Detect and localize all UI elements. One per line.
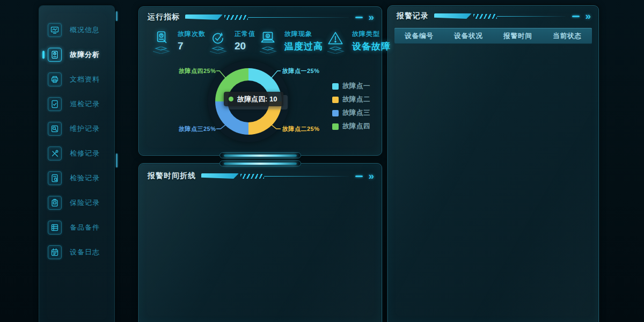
decor-trapezoid	[434, 13, 472, 19]
tooltip-marker-dot	[229, 97, 233, 101]
legend-label: 故障点二	[342, 95, 370, 104]
panel-controls: »	[355, 13, 374, 21]
panel-controls: »	[355, 172, 374, 180]
sidebar-item-label: 检验记录	[70, 173, 100, 183]
panel-title: 报警时间折线	[148, 171, 196, 181]
documents-printer-icon	[48, 72, 62, 86]
active-indicator	[42, 51, 45, 59]
header-decoration	[434, 13, 566, 19]
double-arrow-icon[interactable]: »	[585, 12, 591, 20]
legend-swatch-icon	[332, 97, 339, 103]
slice-label-1: 故障点一25%	[282, 67, 320, 75]
panel-alarm-records: 报警记录 » 设备编号 设备状况 报警时间 当前状态	[387, 5, 599, 322]
sidebar-nav: 概况信息 故障分析 文档资料 巡检记录	[39, 6, 114, 265]
decor-trapezoid	[185, 14, 223, 20]
sidebar-item-label: 检修记录	[70, 149, 100, 158]
legend-item-4[interactable]: 故障点四	[332, 122, 370, 131]
legend-item-2[interactable]: 故障点二	[332, 95, 370, 104]
notch-glow-bar	[224, 155, 297, 157]
scrollbar-thumb[interactable]	[116, 11, 118, 21]
sidebar-item-label: 维护记录	[70, 124, 100, 134]
panel-title: 运行指标	[148, 12, 180, 22]
spare-parts-list-icon	[48, 221, 62, 235]
decor-trapezoid	[201, 173, 239, 179]
sidebar-item-label: 故障分析	[70, 50, 100, 60]
donut-chart: 故障点四25% 故障点一25% 故障点三25% 故障点二25% 故障点四: 10…	[139, 7, 382, 155]
panel-metrics: 运行指标 » 故障次数 7	[138, 6, 382, 156]
slice-label-3: 故障点三25%	[179, 125, 216, 133]
decor-stripes	[224, 15, 248, 20]
legend-swatch-icon	[332, 83, 339, 90]
notch-glow-bar	[224, 163, 297, 165]
decor-line	[264, 176, 349, 177]
legend-label: 故障点三	[342, 108, 370, 118]
sidebar-item-label: 设备日志	[70, 247, 100, 257]
panel-notch	[219, 160, 301, 166]
sidebar-item-maintenance[interactable]: 维护记录	[39, 116, 114, 141]
sidebar-item-test-records[interactable]: 检验记录	[39, 166, 114, 191]
minimize-icon[interactable]	[572, 16, 580, 17]
panel-controls: »	[572, 12, 591, 20]
legend-item-1[interactable]: 故障点一	[332, 82, 370, 91]
column-alarm-time: 报警时间	[493, 32, 543, 41]
sidebar-item-repair[interactable]: 检修记录	[39, 141, 114, 166]
legend-label: 故障点四	[342, 122, 370, 131]
minimize-icon[interactable]	[355, 175, 363, 177]
legend-swatch-icon	[332, 123, 339, 130]
legend-label: 故障点一	[342, 82, 370, 91]
panel-metrics-header: 运行指标 »	[139, 7, 382, 22]
sidebar-item-overview[interactable]: 概况信息	[39, 18, 114, 42]
sidebar-item-label: 概况信息	[70, 25, 100, 35]
panel-alarms-header: 报警记录 »	[388, 6, 598, 21]
sidebar-item-label: 备品备件	[70, 223, 100, 232]
chart-legend: 故障点一 故障点二 故障点三 故障点四	[332, 82, 370, 131]
slice-label-4: 故障点四25%	[179, 67, 216, 75]
chart-tooltip: 故障点四: 10	[224, 92, 283, 106]
legend-item-3[interactable]: 故障点三	[332, 108, 370, 118]
panel-title: 报警记录	[397, 11, 429, 21]
dashboard: 概况信息 故障分析 文档资料 巡检记录	[0, 0, 644, 322]
sidebar-item-label: 文档资料	[70, 75, 100, 84]
sidebar: 概况信息 故障分析 文档资料 巡检记录	[39, 5, 115, 322]
sidebar-item-spare-parts[interactable]: 备品备件	[39, 215, 114, 240]
minimize-icon[interactable]	[355, 17, 363, 18]
sidebar-item-documents[interactable]: 文档资料	[39, 67, 114, 92]
decor-line	[248, 17, 349, 18]
column-device-condition: 设备状况	[444, 32, 493, 41]
slice-label-2: 故障点二25%	[282, 125, 320, 133]
decor-stripes	[240, 174, 264, 179]
column-device-id: 设备编号	[394, 32, 444, 41]
panel-notch	[219, 152, 301, 158]
decor-line	[497, 16, 566, 17]
double-arrow-icon[interactable]: »	[368, 13, 374, 21]
fault-analysis-icon	[48, 48, 62, 62]
decor-stripes	[473, 14, 497, 19]
inspection-check-icon	[48, 97, 62, 111]
legend-swatch-icon	[332, 110, 339, 116]
sidebar-item-label: 巡检记录	[70, 99, 100, 109]
sidebar-item-label: 保险记录	[70, 198, 100, 208]
column-current-status: 当前状态	[543, 32, 592, 41]
double-arrow-icon[interactable]: »	[368, 172, 374, 180]
header-decoration	[201, 173, 349, 179]
overview-monitor-icon	[48, 23, 62, 37]
scrollbar-thumb[interactable]	[116, 153, 118, 167]
sidebar-item-fault-analysis[interactable]: 故障分析	[39, 42, 114, 67]
tooltip-text: 故障点四: 10	[237, 94, 277, 104]
sidebar-item-inspection[interactable]: 巡检记录	[39, 92, 114, 116]
test-doc-search-icon	[48, 171, 62, 185]
header-decoration	[185, 14, 349, 20]
alarm-table-header: 设备编号 设备状况 报警时间 当前状态	[394, 28, 592, 44]
device-log-calendar-icon	[48, 245, 62, 259]
panel-alarm-line: 报警时间折线 »	[138, 163, 382, 322]
maintenance-search-icon	[48, 122, 62, 136]
insurance-clipboard-icon	[48, 196, 62, 210]
sidebar-item-device-log[interactable]: 设备日志	[39, 240, 114, 265]
repair-tools-icon	[48, 147, 62, 160]
sidebar-item-insurance[interactable]: 保险记录	[39, 191, 114, 215]
